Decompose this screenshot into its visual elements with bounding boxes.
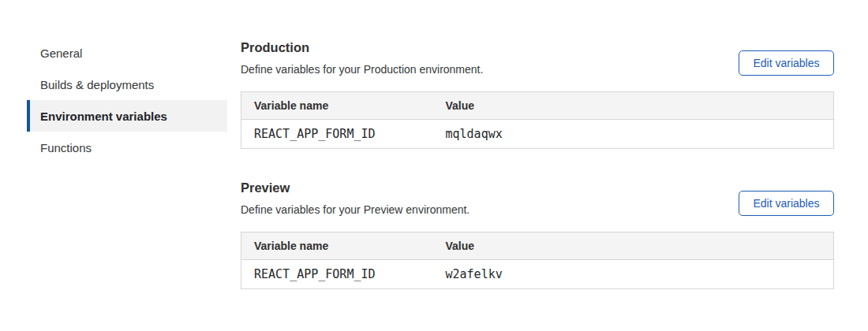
sidebar-item-label: General — [40, 46, 82, 60]
sidebar-item-functions[interactable]: Functions — [27, 132, 227, 163]
edit-variables-button-preview[interactable]: Edit variables — [739, 191, 834, 216]
preview-section: Preview Define variables for your Previe… — [241, 180, 834, 289]
variable-value-cell: w2afelkv — [433, 260, 834, 289]
sidebar-item-general[interactable]: General — [27, 37, 227, 69]
table-header-row: Variable name Value — [241, 92, 834, 120]
sidebar-item-environment-variables[interactable]: Environment variables — [27, 100, 227, 132]
sidebar-item-label: Functions — [40, 141, 92, 154]
variable-name-cell: REACT_APP_FORM_ID — [241, 260, 433, 289]
settings-content: Production Define variables for your Pro… — [241, 39, 834, 289]
sidebar-item-label: Builds & deployments — [40, 78, 154, 91]
table-header-row: Variable name Value — [241, 232, 834, 260]
column-header-variable-name: Variable name — [241, 232, 433, 260]
settings-sidebar: General Builds & deployments Environment… — [27, 37, 227, 163]
variable-value-cell: mqldaqwx — [433, 120, 834, 149]
variables-table-preview: Variable name Value REACT_APP_FORM_ID w2… — [241, 232, 834, 289]
table-row: REACT_APP_FORM_ID mqldaqwx — [241, 120, 834, 149]
variables-table-production: Variable name Value REACT_APP_FORM_ID mq… — [241, 91, 834, 149]
column-header-variable-name: Variable name — [241, 92, 433, 120]
sidebar-item-label: Environment variables — [40, 110, 167, 123]
table-row: REACT_APP_FORM_ID w2afelkv — [241, 260, 834, 289]
column-header-value: Value — [433, 92, 834, 120]
environment-variables-page: General Builds & deployments Environment… — [0, 0, 868, 331]
variable-name-cell: REACT_APP_FORM_ID — [241, 120, 433, 149]
column-header-value: Value — [433, 232, 834, 260]
edit-variables-button-production[interactable]: Edit variables — [739, 50, 834, 76]
sidebar-item-builds-deployments[interactable]: Builds & deployments — [27, 69, 227, 100]
production-section: Production Define variables for your Pro… — [241, 39, 834, 149]
